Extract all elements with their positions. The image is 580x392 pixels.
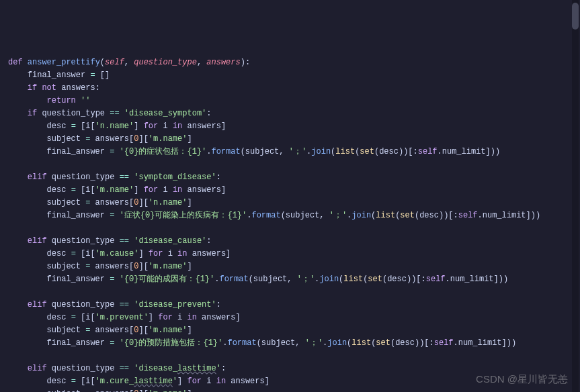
scrollbar-thumb[interactable] [572, 3, 579, 30]
watermark: CSDN @星川皆无恙 [476, 373, 568, 385]
code-block: def answer_prettify(self, question_type,… [8, 56, 580, 392]
scrollbar-track[interactable] [572, 0, 579, 392]
